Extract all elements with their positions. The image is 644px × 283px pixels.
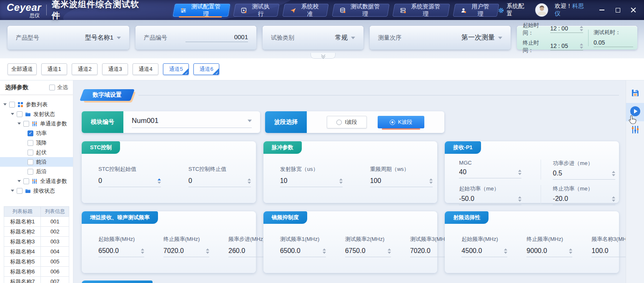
tree-checkbox[interactable] bbox=[9, 102, 15, 108]
tree-checkbox[interactable] bbox=[23, 178, 29, 184]
power-step-input[interactable]: 0.5 bbox=[553, 170, 615, 180]
tree-checkbox[interactable] bbox=[17, 188, 23, 194]
select-all-checkbox[interactable] bbox=[49, 85, 55, 90]
system-config-button[interactable]: 系统配置 bbox=[498, 3, 529, 18]
test-type-field[interactable]: 试验类别 常规 bbox=[263, 26, 363, 50]
table-row[interactable]: 标题名称3 003 bbox=[4, 237, 69, 247]
expander-icon[interactable] bbox=[18, 180, 21, 182]
end-power-input[interactable]: -20.0 bbox=[553, 195, 615, 205]
channel-5-button[interactable]: 通道5 ✓ bbox=[163, 63, 189, 75]
nav-system-calibration[interactable]: 系统校准 bbox=[283, 4, 329, 17]
spinner[interactable] bbox=[206, 248, 209, 254]
expander-icon[interactable] bbox=[18, 123, 21, 125]
band-option-k[interactable]: K波段 bbox=[378, 116, 424, 128]
expander-icon[interactable] bbox=[3, 103, 7, 105]
avatar[interactable] bbox=[535, 3, 548, 17]
product-model-field[interactable]: 产品型号 型号名称1 bbox=[8, 26, 129, 50]
test-type-dropdown[interactable]: 常规 bbox=[335, 34, 355, 42]
expander-icon[interactable] bbox=[11, 113, 14, 115]
maximize-button[interactable] bbox=[615, 7, 621, 13]
spinner[interactable] bbox=[518, 196, 521, 202]
pulse-period-input[interactable]: 100 bbox=[370, 177, 433, 187]
tree-leaf-power[interactable]: 功率 bbox=[0, 128, 73, 138]
channel-1-button[interactable]: 通道1 bbox=[41, 63, 67, 75]
tree-checkbox-checked[interactable] bbox=[28, 130, 33, 136]
tree-checkbox[interactable] bbox=[28, 150, 33, 155]
nav-test-data[interactable]: 测试数据管理 bbox=[332, 4, 390, 17]
product-serial-field[interactable]: 产品编号 0001 bbox=[135, 26, 256, 50]
tab-digital-domain[interactable]: 数字域设置 bbox=[82, 89, 133, 101]
tree-node-param-list[interactable]: 参数列表 bbox=[0, 100, 73, 109]
collapse-handle[interactable] bbox=[311, 53, 336, 59]
nav-user-management[interactable]: 用户管理 bbox=[453, 4, 499, 17]
rf-start-freq-input[interactable]: 4500.0 bbox=[461, 247, 507, 257]
expander-icon[interactable] bbox=[11, 190, 14, 192]
start-power-input[interactable]: -50.0 bbox=[459, 195, 521, 205]
spinner[interactable] bbox=[339, 178, 343, 184]
end-time-input[interactable]: 12 : 05 bbox=[550, 43, 583, 50]
tree-checkbox[interactable] bbox=[23, 121, 29, 127]
spinner[interactable] bbox=[504, 248, 507, 254]
spinner[interactable] bbox=[612, 171, 615, 176]
product-serial-input[interactable]: 0001 bbox=[185, 33, 248, 42]
nav-test-execute[interactable]: 测试执行 bbox=[233, 4, 280, 17]
table-row[interactable]: 标题名称6 006 bbox=[4, 267, 69, 277]
rf-freq3-input[interactable]: 100.0 bbox=[591, 247, 626, 257]
stc-end-input[interactable]: 0 bbox=[188, 177, 251, 187]
run-button[interactable] bbox=[626, 103, 644, 121]
tree-leaf-leading-edge[interactable]: 前沿 bbox=[0, 157, 73, 167]
table-row[interactable]: 标题名称5 005 bbox=[4, 257, 69, 267]
tree-leaf-ripple[interactable]: 起伏 bbox=[0, 148, 73, 157]
tree-checkbox[interactable] bbox=[28, 159, 33, 165]
start-time-input[interactable]: 12 : 00 bbox=[550, 25, 583, 33]
tree-node-all-channel[interactable]: 全通道参数 bbox=[0, 176, 73, 186]
pulse-width-input[interactable]: 10 bbox=[280, 177, 343, 187]
spinner[interactable] bbox=[248, 178, 251, 184]
mgc-input[interactable]: 40 bbox=[459, 168, 521, 178]
channel-all-button[interactable]: 全部通道 bbox=[8, 63, 37, 75]
channel-6-button[interactable]: 通道6 ✓ bbox=[193, 63, 219, 75]
nav-system-resources[interactable]: 系统资源管理 bbox=[392, 4, 450, 17]
tree-node-rx-state[interactable]: 接收状态 bbox=[0, 186, 73, 195]
tree-node-single-channel[interactable]: 单通道参数 bbox=[0, 119, 73, 128]
tree-leaf-droop[interactable]: 顶降 bbox=[0, 138, 73, 148]
spinner[interactable] bbox=[569, 248, 572, 254]
measure-order-dropdown[interactable]: 第一次测量 bbox=[461, 33, 502, 42]
table-row[interactable]: 标题名称7 007 bbox=[4, 277, 69, 283]
spinner[interactable] bbox=[141, 248, 144, 254]
gain-start-freq-input[interactable]: 6500.0 bbox=[98, 247, 144, 257]
tree-checkbox[interactable] bbox=[28, 140, 33, 146]
rf-end-freq-input[interactable]: 9000.0 bbox=[526, 247, 572, 257]
spinner[interactable] bbox=[158, 178, 161, 184]
image-freq2-input[interactable]: 6750.0 bbox=[345, 247, 391, 257]
channel-2-button[interactable]: 通道2 bbox=[72, 63, 98, 75]
spinner[interactable] bbox=[323, 248, 326, 254]
image-freq1-input[interactable]: 6500.0 bbox=[280, 247, 326, 257]
table-row[interactable]: 标题名称1 001 bbox=[4, 217, 69, 227]
spinner[interactable] bbox=[518, 170, 521, 175]
table-row[interactable]: 标题名称4 004 bbox=[4, 247, 69, 257]
close-button[interactable] bbox=[631, 7, 636, 13]
tree-checkbox[interactable] bbox=[28, 169, 33, 175]
table-row[interactable]: 标题名称2 002 bbox=[4, 227, 69, 237]
stc-start-input[interactable]: 0 bbox=[98, 177, 161, 187]
start-time-spinner[interactable] bbox=[580, 26, 583, 31]
channel-3-button[interactable]: 通道3 bbox=[102, 63, 128, 75]
save-button[interactable] bbox=[626, 85, 644, 103]
tree-checkbox[interactable] bbox=[17, 111, 23, 117]
spinner[interactable] bbox=[388, 248, 391, 254]
spinner[interactable] bbox=[612, 196, 615, 202]
end-time-spinner[interactable] bbox=[580, 43, 583, 49]
spinner[interactable] bbox=[429, 178, 433, 184]
tree-leaf-trailing-edge[interactable]: 后沿 bbox=[0, 167, 73, 176]
minimize-button[interactable] bbox=[599, 7, 605, 13]
module-number-dropdown[interactable]: Num001 bbox=[132, 117, 252, 128]
band-option-i[interactable]: I波段 bbox=[327, 116, 367, 128]
gain-end-freq-input[interactable]: 7020.0 bbox=[163, 247, 209, 257]
tree-node-tx-state[interactable]: 发射状态 bbox=[0, 109, 73, 119]
select-all-control[interactable]: 全选 bbox=[49, 84, 68, 91]
channel-4-button[interactable]: 通道4 bbox=[133, 63, 158, 75]
product-model-dropdown[interactable]: 型号名称1 bbox=[85, 34, 121, 42]
nav-test-config[interactable]: 测试配置管理 bbox=[173, 4, 231, 17]
measure-order-field[interactable]: 测量次序 第一次测量 bbox=[370, 26, 511, 50]
